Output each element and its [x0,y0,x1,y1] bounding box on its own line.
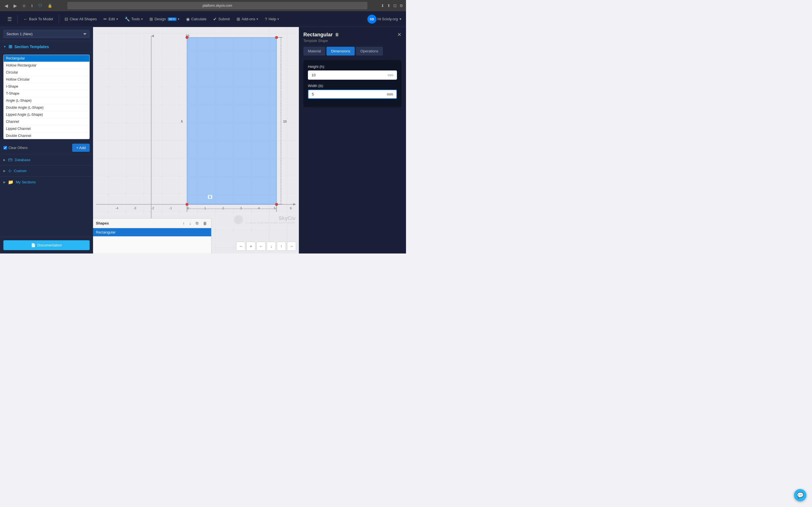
window-icon[interactable]: ⊡ [393,3,397,8]
width-input[interactable]: 5 mm [308,90,397,99]
user-name[interactable]: Hi Scioly.org [377,17,398,21]
sidebar-my-sections[interactable]: ▶ 📁 My Sections [0,176,93,187]
section-selector-container: Section 1 (New) [0,27,93,41]
browser-refresh-btn[interactable]: ⊙ [21,3,28,9]
shapes-list-item[interactable]: Hollow Circular [4,76,89,83]
browser-forward-btn[interactable]: ▶ [12,2,18,10]
shapes-list-item[interactable]: T-Shape [4,90,89,97]
shapes-list-item[interactable]: Lipped Angle (L-Shape) [4,111,89,118]
zoom-out-btn[interactable]: − [236,242,245,251]
back-to-model-button[interactable]: ← Back To Model [20,15,56,23]
addons-button[interactable]: ⊞ Add-ons ▾ [234,15,261,23]
shapes-delete-btn[interactable]: 🗑 [202,221,208,226]
download-icon[interactable]: ⬇ [381,3,384,8]
my-sections-arrow-icon: ▶ [3,180,6,184]
shapes-list-item[interactable]: Angle (L-Shape) [4,97,89,104]
panel-close-button[interactable]: ✕ [397,32,402,38]
pan-left-btn[interactable]: ← [257,242,266,251]
section-templates-header[interactable]: ▼ ⊞ Section Templates [0,41,93,52]
tools-label: Tools [132,17,140,21]
submit-icon: ✔ [213,17,217,22]
shapes-list-item[interactable]: Double Channel [4,132,89,139]
shapes-copy-btn[interactable]: ⧉ [194,220,200,226]
documentation-button[interactable]: 📄 Documentation [3,240,90,250]
edit-button[interactable]: ✏ Edit ▾ [101,15,120,23]
svg-text:2: 2 [222,206,224,210]
addons-icon: ⊞ [237,17,240,22]
height-value: 10 [312,73,315,77]
panel-title-container: Rectangular 🗑 [303,32,339,38]
tab-dimensions[interactable]: Dimensions [326,47,355,55]
add-button[interactable]: + Add [72,144,90,152]
tools-icon: 🔧 [124,17,130,22]
canvas-area[interactable]: -4 -3 -2 -1 0 1 2 3 4 5 6 10 [93,27,299,253]
section-selector[interactable]: Section 1 (New) [3,30,90,38]
submit-button[interactable]: ✔ Submit [210,15,232,23]
help-button[interactable]: ? Help ▾ [262,15,282,23]
browser-shield-btn[interactable]: 🛡 [37,3,44,9]
width-form-group: Width (b): 5 mm [308,83,397,99]
shapes-move-down-btn[interactable]: ↓ [188,221,193,226]
panel-tabs: MaterialDimensionsOperations [303,47,402,55]
browser-back-btn[interactable]: ◀ [3,2,10,10]
pan-down-btn[interactable]: ↓ [267,242,276,251]
design-chevron-icon: ▾ [178,17,179,20]
help-icon: ? [265,17,267,21]
shapes-list-item[interactable]: Rectangular [4,55,89,62]
shapes-list-item[interactable]: I-Shape [4,83,89,90]
shapes-move-up-btn[interactable]: ↑ [181,221,186,226]
width-dimension-label: 5 [207,194,213,199]
pan-right-btn[interactable]: → [287,242,296,251]
app-header: ☰ ← Back To Model ⊟ Clear All Shapes ✏ E… [0,11,406,27]
shapes-list-item[interactable]: Double Angle (L-Shape) [4,104,89,111]
sidebar-custom[interactable]: ▶ ⊹ Custom [0,165,93,176]
zoom-in-btn[interactable]: + [246,242,255,251]
shapes-list-item[interactable]: Channel [4,118,89,125]
clear-others-label[interactable]: Clear Others [3,146,70,150]
panel-trash-icon[interactable]: 🗑 [335,33,339,37]
shapes-list-item[interactable]: Circular [4,69,89,76]
svg-text:10: 10 [186,34,189,38]
calculate-icon: ◉ [186,17,190,22]
user-avatar[interactable]: SB [367,15,376,24]
pan-up-btn[interactable]: ↑ [277,242,286,251]
upload-icon[interactable]: ⬆ [387,3,391,8]
svg-rect-16 [187,38,276,204]
sidebar-database[interactable]: ▶ 🗃 Database [0,154,93,165]
shape-list-item[interactable]: Rectangular [93,228,211,237]
clear-others-checkbox[interactable] [3,146,7,150]
header-divider-2 [59,15,59,23]
clear-all-shapes-button[interactable]: ⊟ Clear All Shapes [62,15,100,23]
tools-button[interactable]: 🔧 Tools ▾ [122,15,146,23]
shape-list-item[interactable] [93,237,211,253]
height-input[interactable]: 10 mm [308,70,397,80]
address-bar[interactable]: platform.skyciv.com [67,2,367,9]
design-button[interactable]: ⊞ Design BETA ▾ [147,15,182,23]
calculate-button[interactable]: ◉ Calculate [183,15,209,23]
tab-material[interactable]: Material [303,47,325,55]
svg-point-31 [236,217,241,223]
header-divider-1 [17,15,18,23]
svg-text:-3: -3 [133,206,136,210]
my-sections-icon: 📁 [8,179,13,185]
shapes-bottom-panel: Shapes ↑ ↓ ⧉ 🗑 Rectangular [93,218,211,253]
custom-arrow-icon: ▶ [3,169,6,172]
browser-lock-btn[interactable]: 🔒 [46,3,54,9]
shapes-list-item[interactable]: Lipped Channel [4,125,89,132]
svg-text:-2: -2 [151,206,154,210]
skyciv-logo-icon [233,214,244,225]
design-label: Design [154,17,166,21]
settings-icon[interactable]: ⚙ [400,3,403,8]
tab-operations[interactable]: Operations [356,47,383,55]
panel-header: Rectangular 🗑 ✕ [303,32,402,38]
height-form-group: Height (h): 10 mm [308,64,397,80]
browser-info-btn[interactable]: ℹ [30,3,35,9]
tools-chevron-icon: ▾ [141,17,143,20]
hamburger-button[interactable]: ☰ [4,14,15,24]
user-chevron-icon[interactable]: ▾ [400,17,402,21]
width-value: 5 [209,195,211,199]
clear-all-shapes-label: Clear All Shapes [70,17,97,21]
width-value: 5 [312,92,314,96]
skyciv-tagline: CLOUD ENGINEERING SOFTWARE [246,221,296,224]
shapes-list-item[interactable]: Hollow Rectangular [4,62,89,69]
